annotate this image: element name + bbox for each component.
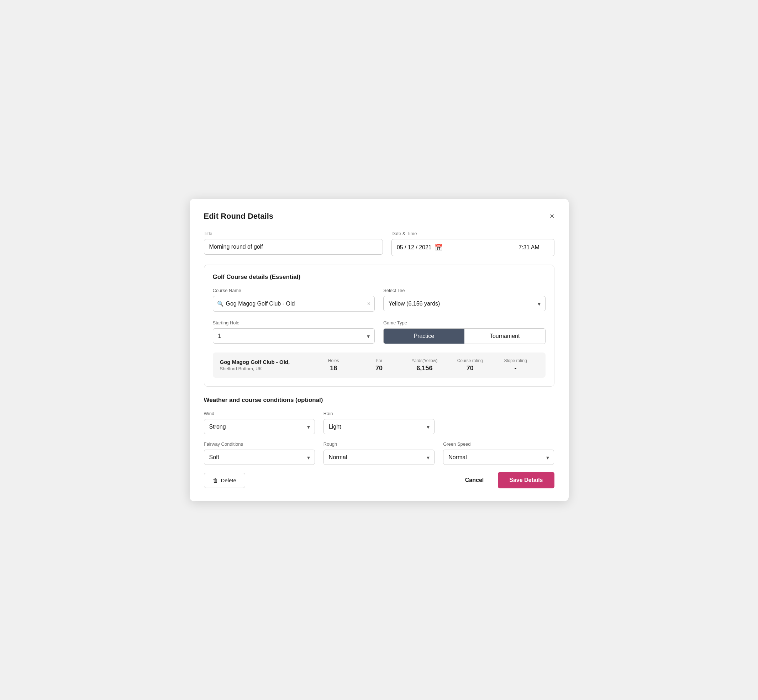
fairway-wrapper: SoftNormalHard	[204, 450, 315, 465]
green-speed-group: Green Speed SlowNormalFast	[443, 441, 554, 465]
date-time-field: 05 / 12 / 2021 📅 7:31 AM	[392, 239, 554, 256]
tournament-button[interactable]: Tournament	[464, 329, 545, 344]
clear-course-icon[interactable]: ×	[367, 300, 370, 307]
course-name-wrapper: 🔍 ×	[213, 296, 375, 312]
rain-label: Rain	[324, 411, 434, 416]
datetime-label: Date & Time	[392, 231, 554, 236]
yards-value: 6,156	[402, 364, 447, 372]
fairway-group: Fairway Conditions SoftNormalHard	[204, 441, 315, 465]
search-icon: 🔍	[217, 300, 224, 307]
course-rating-value: 70	[447, 364, 493, 372]
rain-wrapper: NoneLightModerateHeavy	[324, 419, 434, 434]
delete-label: Delete	[221, 477, 236, 483]
course-info-name: Gog Magog Golf Club - Old, Shelford Bott…	[220, 359, 311, 371]
wind-dropdown[interactable]: NoneLightModerateStrong	[204, 419, 315, 434]
save-button[interactable]: Save Details	[498, 472, 554, 488]
par-label: Par	[356, 358, 402, 363]
green-speed-wrapper: SlowNormalFast	[443, 450, 554, 465]
select-tee-group: Select Tee Yellow (6,156 yards) White Re…	[383, 288, 545, 312]
weather-title: Weather and course conditions (optional)	[204, 397, 554, 404]
practice-button[interactable]: Practice	[384, 329, 464, 344]
golf-course-title: Golf Course details (Essential)	[213, 273, 545, 281]
rough-wrapper: SoftNormalHard	[324, 450, 434, 465]
modal-header: Edit Round Details ×	[204, 212, 554, 221]
green-speed-label: Green Speed	[443, 441, 554, 447]
rough-dropdown[interactable]: SoftNormalHard	[324, 450, 434, 465]
starting-hole-dropdown[interactable]: 1234 5678 910	[213, 328, 375, 344]
select-tee-dropdown[interactable]: Yellow (6,156 yards) White Red Blue	[383, 296, 545, 311]
title-datetime-row: Title Date & Time 05 / 12 / 2021 📅 7:31 …	[204, 231, 554, 256]
modal-title: Edit Round Details	[204, 212, 274, 221]
rough-group: Rough SoftNormalHard	[324, 441, 434, 465]
game-type-label: Game Type	[383, 320, 545, 325]
datetime-group: Date & Time 05 / 12 / 2021 📅 7:31 AM	[392, 231, 554, 256]
course-rating-label: Course rating	[447, 358, 493, 363]
course-info-card: Gog Magog Golf Club - Old, Shelford Bott…	[213, 353, 545, 378]
wind-rain-row: Wind NoneLightModerateStrong Rain NoneLi…	[204, 411, 554, 434]
course-name-input[interactable]	[213, 296, 375, 312]
starting-hole-group: Starting Hole 1234 5678 910	[213, 320, 375, 344]
game-type-group: Game Type Practice Tournament	[383, 320, 545, 344]
trash-icon: 🗑	[213, 477, 218, 483]
weather-section: Weather and course conditions (optional)…	[204, 397, 554, 465]
starting-hole-wrapper: 1234 5678 910	[213, 328, 375, 344]
par-stat: Par 70	[356, 358, 402, 372]
holes-value: 18	[311, 364, 356, 372]
date-value: 05 / 12 / 2021	[397, 244, 432, 251]
slope-rating-value: -	[493, 364, 539, 372]
select-tee-wrapper: Yellow (6,156 yards) White Red Blue	[383, 296, 545, 311]
wind-group: Wind NoneLightModerateStrong	[204, 411, 315, 434]
slope-rating-stat: Slope rating -	[493, 358, 539, 372]
course-card-location: Shelford Bottom, UK	[220, 366, 311, 371]
rough-label: Rough	[324, 441, 434, 447]
fairway-label: Fairway Conditions	[204, 441, 315, 447]
starting-hole-label: Starting Hole	[213, 320, 375, 325]
course-name-group: Course Name 🔍 ×	[213, 288, 375, 312]
title-input[interactable]	[204, 239, 383, 255]
cancel-button[interactable]: Cancel	[458, 473, 491, 488]
par-value: 70	[356, 364, 402, 372]
course-name-label: Course Name	[213, 288, 375, 293]
holes-stat: Holes 18	[311, 358, 356, 372]
footer-row: 🗑 Delete Cancel Save Details	[204, 472, 554, 488]
course-rating-stat: Course rating 70	[447, 358, 493, 372]
delete-button[interactable]: 🗑 Delete	[204, 473, 245, 488]
spacer	[443, 411, 554, 434]
calendar-icon: 📅	[434, 244, 442, 252]
course-tee-row: Course Name 🔍 × Select Tee Yellow (6,156…	[213, 288, 545, 312]
hole-gametype-row: Starting Hole 1234 5678 910 Game Type Pr…	[213, 320, 545, 344]
time-value: 7:31 AM	[518, 244, 539, 251]
title-group: Title	[204, 231, 383, 256]
rain-dropdown[interactable]: NoneLightModerateHeavy	[324, 419, 434, 434]
title-label: Title	[204, 231, 383, 236]
select-tee-label: Select Tee	[383, 288, 545, 293]
date-field[interactable]: 05 / 12 / 2021 📅	[392, 239, 504, 256]
edit-round-modal: Edit Round Details × Title Date & Time 0…	[190, 199, 568, 501]
course-card-name: Gog Magog Golf Club - Old,	[220, 359, 311, 365]
wind-label: Wind	[204, 411, 315, 416]
green-speed-dropdown[interactable]: SlowNormalFast	[443, 450, 554, 465]
footer-actions: Cancel Save Details	[458, 472, 554, 488]
holes-label: Holes	[311, 358, 356, 363]
close-button[interactable]: ×	[550, 212, 554, 220]
game-type-toggle: Practice Tournament	[383, 328, 545, 344]
time-field[interactable]: 7:31 AM	[504, 239, 554, 256]
wind-wrapper: NoneLightModerateStrong	[204, 419, 315, 434]
golf-course-section: Golf Course details (Essential) Course N…	[204, 265, 554, 387]
slope-rating-label: Slope rating	[493, 358, 539, 363]
rain-group: Rain NoneLightModerateHeavy	[324, 411, 434, 434]
fairway-rough-green-row: Fairway Conditions SoftNormalHard Rough …	[204, 441, 554, 465]
yards-stat: Yards(Yellow) 6,156	[402, 358, 447, 372]
yards-label: Yards(Yellow)	[402, 358, 447, 363]
fairway-dropdown[interactable]: SoftNormalHard	[204, 450, 315, 465]
